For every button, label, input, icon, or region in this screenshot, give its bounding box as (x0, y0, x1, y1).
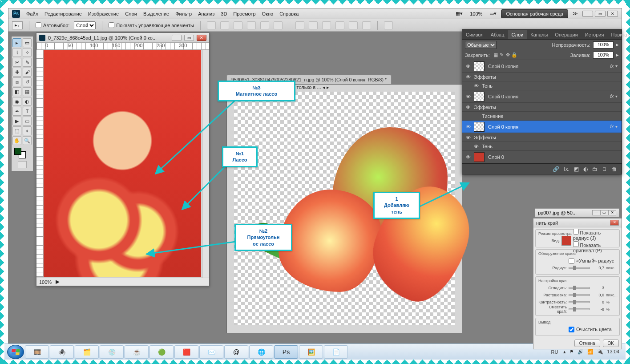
doc3-maximize-button[interactable]: ▭ (600, 210, 608, 215)
new-layer-icon[interactable]: 🗋 (602, 166, 607, 172)
panel-tab-history[interactable]: История (582, 30, 608, 39)
pen-tool[interactable]: ✒ (12, 107, 21, 116)
feather-value[interactable]: 0,0 (592, 293, 604, 297)
visibility-eye-icon[interactable]: 👁 (462, 94, 474, 99)
lasso-tool[interactable]: ⌇ (12, 48, 21, 57)
opacity-arrow-icon[interactable]: ▸ (616, 42, 619, 48)
panel-tab-navigator[interactable]: Навигат (607, 30, 630, 39)
shift-value[interactable]: -8 (592, 307, 604, 311)
app-maximize-button[interactable]: ▭ (595, 11, 606, 17)
move-tool[interactable]: ▸ (12, 38, 21, 47)
autoselect-checkbox[interactable]: Автовыбор: (36, 22, 69, 28)
layer-name[interactable]: Слой 0 копия (488, 94, 608, 99)
menu-analysis[interactable]: Анализ (198, 11, 214, 16)
align-icon[interactable] (247, 21, 256, 29)
layer-row-selected[interactable]: 👁 Слой 0 копия fx ▾ (462, 121, 622, 133)
add-fx-icon[interactable]: fx. (564, 166, 569, 172)
color-swatches[interactable] (12, 148, 32, 159)
distribute-icon[interactable] (295, 21, 304, 29)
history-brush-tool[interactable]: ↺ (23, 77, 32, 86)
distribute-icon[interactable] (349, 21, 358, 29)
crop-tool[interactable]: ✂ (12, 58, 21, 67)
panel-tab-paragraph[interactable]: Абзац (487, 30, 508, 39)
taskbar-item[interactable]: 🎞️ (25, 345, 49, 359)
distribute-icon[interactable] (309, 21, 318, 29)
layer-row[interactable]: 👁 Слой 0 копия fx ▾ (462, 90, 622, 103)
doc2-canvas[interactable] (234, 92, 455, 325)
doc1-close-button[interactable]: ✕ (197, 35, 206, 41)
taskbar-item[interactable]: 🖼️ (299, 345, 323, 359)
layer-name[interactable]: Слой 0 копия (488, 64, 608, 69)
eyedropper-tool[interactable]: ✎ (23, 58, 32, 67)
doc1-canvas[interactable] (44, 50, 201, 277)
fill-arrow-icon[interactable]: ▸ (616, 52, 619, 58)
screen-mode-icon[interactable]: ▭▾ (489, 11, 497, 16)
quick-select-tool[interactable]: ✧ (23, 48, 32, 57)
refine-view-thumb[interactable] (561, 236, 571, 246)
show-transform-controls-checkbox[interactable]: Показать управляющие элементы (109, 22, 194, 28)
path-select-tool[interactable]: ▶ (12, 117, 21, 125)
type-tool[interactable]: T (23, 107, 32, 116)
hand-tool[interactable]: ✋ (12, 136, 21, 145)
doc1-zoom[interactable]: 100% (39, 279, 52, 285)
shift-slider[interactable] (569, 308, 590, 310)
smooth-slider[interactable] (569, 287, 590, 289)
panel-tab-character[interactable]: Символ (462, 30, 487, 39)
doc1-minimize-button[interactable]: — (172, 35, 182, 41)
taskbar-item[interactable]: 🕷️ (50, 345, 74, 359)
show-original-checkbox[interactable] (573, 241, 579, 247)
distribute-icon[interactable] (362, 21, 371, 29)
tray-flag-icon[interactable]: ⚑ (569, 349, 574, 355)
gradient-tool[interactable]: ▦ (23, 87, 32, 96)
panel-tab-actions[interactable]: Операции (551, 30, 581, 39)
fx-indicator[interactable]: fx ▾ (608, 124, 619, 129)
layer-thumbnail[interactable] (474, 92, 485, 101)
link-layers-icon[interactable]: 🔗 (553, 166, 559, 172)
menu-view[interactable]: Просмотр (233, 11, 255, 16)
taskbar-item[interactable]: 🌐 (249, 345, 273, 359)
contrast-slider[interactable] (569, 301, 590, 303)
menu-window[interactable]: Окно (262, 11, 274, 16)
auto-align-icon[interactable] (384, 21, 393, 29)
menu-filter[interactable]: Фильтр (175, 11, 192, 16)
layer-name[interactable]: Слой 0 (488, 154, 619, 160)
align-icon[interactable] (260, 21, 269, 29)
tray-power-icon[interactable]: 🔌 (597, 349, 603, 355)
layer-thumbnail[interactable] (474, 122, 485, 132)
refine-close-button[interactable]: ✕ (610, 220, 619, 226)
align-icon[interactable] (220, 21, 229, 29)
menu-image[interactable]: Изображение (88, 11, 119, 16)
layer-effect-shadow[interactable]: 👁Тень (462, 142, 622, 151)
layer-effects-row[interactable]: 👁Эффекты (462, 73, 622, 81)
radius-slider[interactable] (569, 267, 590, 269)
panel-tab-channels[interactable]: Каналы (527, 30, 551, 39)
layer-row[interactable]: 👁 Слой 0 (462, 151, 622, 163)
layer-thumbnail[interactable] (474, 152, 485, 162)
tray-network-icon[interactable]: 📶 (587, 349, 594, 355)
app-close-button[interactable]: ✕ (607, 11, 618, 17)
expand-icon[interactable]: ⯈ (55, 279, 60, 285)
taskbar-item[interactable]: 🗂️ (75, 345, 99, 359)
contrast-value[interactable]: 0 (592, 300, 604, 304)
taskbar-item[interactable]: @ (224, 345, 248, 359)
add-mask-icon[interactable]: ◩ (574, 166, 579, 172)
refine-titlebar[interactable]: нить край ✕ (533, 218, 622, 227)
current-tool-icon[interactable]: ▸₊ (12, 21, 23, 29)
delete-layer-icon[interactable]: 🗑 (612, 166, 617, 172)
smart-radius-checkbox[interactable] (569, 258, 574, 264)
eraser-tool[interactable]: ◧ (12, 87, 21, 96)
taskbar-item[interactable]: ☕ (125, 345, 149, 359)
show-radius-checkbox[interactable] (573, 229, 579, 235)
panel-tab-layers[interactable]: Слои (508, 30, 527, 39)
align-icon[interactable] (234, 21, 242, 29)
visibility-eye-icon[interactable]: 👁 (462, 64, 474, 69)
layer-name[interactable]: Слой 0 копия (488, 124, 608, 129)
new-group-icon[interactable]: 🗀 (592, 166, 598, 172)
fg-color-swatch[interactable] (14, 148, 21, 155)
doc3-close-button[interactable]: ✕ (608, 210, 616, 215)
start-button[interactable] (7, 345, 24, 359)
layer-thumbnail[interactable] (474, 61, 485, 71)
blend-mode-select[interactable]: Обычные (465, 41, 497, 49)
doc-arrange-icon[interactable]: ▦▾ (456, 11, 463, 16)
lock-icons[interactable]: ▦✎✥🔒 (493, 52, 517, 58)
